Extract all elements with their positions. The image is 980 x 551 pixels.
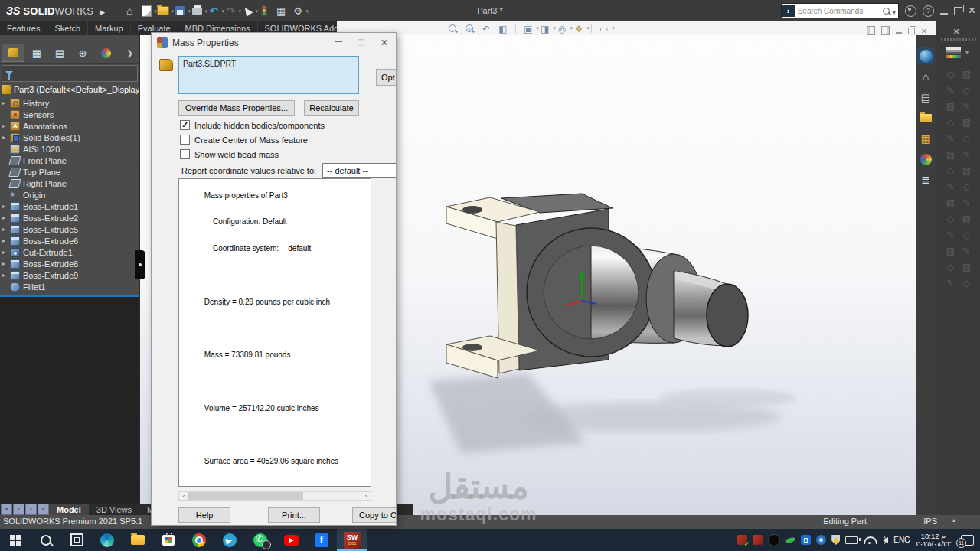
- tree-item[interactable]: Boss-Extrude9: [0, 269, 139, 281]
- tree-item[interactable]: Boss-Extrude8: [0, 258, 139, 269]
- wifi-icon[interactable]: [864, 536, 877, 544]
- home-icon[interactable]: [122, 4, 137, 18]
- tab-3d-views[interactable]: 3D Views: [89, 504, 139, 515]
- close-toolbar-icon[interactable]: [953, 24, 959, 38]
- bluetooth-icon[interactable]: [801, 535, 811, 545]
- tab-markup[interactable]: Markup: [88, 21, 131, 35]
- tab-features[interactable]: Features: [0, 21, 47, 35]
- expand-arrow-icon[interactable]: [2, 260, 9, 267]
- next-tab-icon[interactable]: [25, 504, 37, 515]
- file-explorer-icon[interactable]: [917, 109, 934, 126]
- file-properties-icon[interactable]: [273, 4, 289, 18]
- green-swoosh-tray-icon[interactable]: [786, 536, 796, 543]
- expand-arrow-icon[interactable]: [2, 214, 9, 221]
- open-document-icon[interactable]: [155, 4, 171, 18]
- logo-flyout-arrow-icon[interactable]: [96, 5, 105, 17]
- hide-show-items-icon[interactable]: [556, 22, 568, 34]
- view-settings-icon[interactable]: [598, 22, 610, 34]
- create-center-of-mass-checkbox-row[interactable]: Create Center of Mass feature: [180, 135, 308, 145]
- checkbox[interactable]: [180, 135, 190, 145]
- options-gear-icon[interactable]: [290, 4, 305, 18]
- scrollbar-thumb[interactable]: [188, 492, 303, 500]
- custom-properties-icon[interactable]: [917, 171, 934, 188]
- configurationmanager-tab[interactable]: [49, 44, 70, 61]
- view-palette-icon[interactable]: [917, 130, 934, 147]
- restore-document-icon[interactable]: [908, 28, 915, 34]
- minimize-document-icon[interactable]: [896, 32, 902, 34]
- rebuild-icon[interactable]: [256, 4, 272, 18]
- expand-arrow-icon[interactable]: [2, 226, 9, 233]
- design-library-icon[interactable]: [917, 89, 934, 106]
- expand-arrow-icon[interactable]: [2, 249, 9, 256]
- section-view-icon[interactable]: [497, 22, 509, 34]
- tree-item[interactable]: Boss-Extrude6: [0, 235, 139, 246]
- tree-item[interactable]: Origin: [0, 189, 139, 201]
- taskbar-search-button[interactable]: [31, 529, 61, 551]
- start-button[interactable]: [0, 529, 31, 551]
- battery-icon[interactable]: [845, 536, 858, 544]
- tree-item[interactable]: Front Plane: [0, 155, 139, 166]
- display-style-icon[interactable]: [539, 22, 551, 34]
- tab-sketch[interactable]: Sketch: [47, 21, 88, 35]
- edit-appearance-toolbar-icon[interactable]: [946, 47, 961, 58]
- solidworks-downloader-tray-icon[interactable]: [753, 535, 763, 545]
- expand-arrow-icon[interactable]: [2, 272, 9, 279]
- telegram-button[interactable]: [214, 529, 245, 551]
- print-icon[interactable]: [189, 4, 204, 18]
- mass-properties-results[interactable]: Mass properties of Part3 Configuration: …: [178, 178, 371, 487]
- panel-tabs-overflow-arrow[interactable]: [127, 49, 138, 57]
- checkbox[interactable]: [180, 120, 190, 130]
- search-commands-box[interactable]: Search Commands: [781, 3, 899, 18]
- units-dropdown-icon[interactable]: [952, 517, 956, 523]
- new-document-icon[interactable]: [139, 4, 154, 18]
- zoom-to-fit-icon[interactable]: [446, 22, 459, 34]
- coordinate-system-dropdown[interactable]: -- default --: [322, 163, 397, 178]
- appearances-scenes-icon[interactable]: [917, 151, 934, 168]
- user-account-icon[interactable]: [905, 5, 916, 17]
- help-icon[interactable]: [923, 5, 934, 17]
- propertymanager-tab[interactable]: [26, 44, 47, 61]
- file-explorer-button[interactable]: [122, 529, 153, 551]
- language-indicator[interactable]: ENG: [893, 536, 910, 544]
- edge-button[interactable]: [92, 529, 122, 551]
- tree-item[interactable]: Right Plane: [0, 178, 139, 189]
- close-document-icon[interactable]: [921, 24, 927, 37]
- redo-icon[interactable]: [223, 4, 238, 18]
- edit-appearance-icon[interactable]: [573, 22, 585, 34]
- tree-item[interactable]: Fillet1: [0, 281, 139, 292]
- home-tab-icon[interactable]: [917, 68, 934, 85]
- tab-model[interactable]: Model: [49, 504, 89, 515]
- microsoft-store-button[interactable]: [153, 529, 184, 551]
- minimize-window-icon[interactable]: [940, 13, 948, 15]
- dialog-titlebar[interactable]: Mass Properties: [152, 33, 396, 53]
- action-center-icon[interactable]: 11: [961, 535, 974, 546]
- tree-root-item[interactable]: Part3 (Default<<Default>_Display S: [0, 82, 139, 97]
- tree-item[interactable]: Annotations: [0, 120, 139, 132]
- undo-icon[interactable]: [206, 4, 221, 18]
- override-mass-properties-button[interactable]: Override Mass Properties...: [178, 100, 295, 116]
- tree-item[interactable]: Sensors: [0, 109, 139, 120]
- include-hidden-bodies-checkbox-row[interactable]: Include hidden bodies/components: [180, 120, 325, 130]
- select-icon[interactable]: [240, 4, 255, 18]
- pane-left-icon[interactable]: [867, 26, 875, 35]
- settings-sync-tray-icon[interactable]: [816, 535, 826, 545]
- copy-to-clipboard-button[interactable]: Copy to Clipb: [352, 507, 397, 523]
- scroll-left-icon[interactable]: [179, 492, 188, 500]
- previous-tab-icon[interactable]: [13, 504, 24, 515]
- tree-item[interactable]: Solid Bodies(1): [0, 132, 139, 143]
- selection-box[interactable]: Part3.SLDPRT: [178, 56, 359, 94]
- tree-item[interactable]: AISI 1020: [0, 143, 139, 155]
- view-orientation-icon[interactable]: [522, 22, 534, 34]
- solidworks-resources-icon[interactable]: [917, 47, 934, 64]
- solidworks-ok-tray-icon[interactable]: [737, 535, 747, 545]
- expand-arrow-icon[interactable]: [2, 99, 9, 106]
- tree-filter-box[interactable]: [2, 65, 138, 82]
- panel-splitter-handle[interactable]: [135, 250, 145, 279]
- dimxpertmanager-tab[interactable]: [72, 44, 93, 61]
- tree-item[interactable]: Cut-Extrude1: [0, 246, 139, 258]
- chrome-button[interactable]: [184, 529, 214, 551]
- facebook-button[interactable]: [306, 529, 337, 551]
- first-tab-icon[interactable]: [1, 504, 12, 515]
- task-view-button[interactable]: [61, 529, 92, 551]
- scroll-right-icon[interactable]: [361, 492, 371, 500]
